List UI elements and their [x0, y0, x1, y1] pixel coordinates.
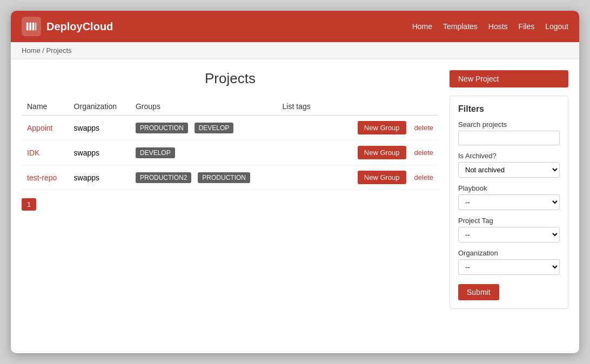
delete-link-testrepo[interactable]: delete: [414, 173, 433, 181]
playbook-label: Playbook: [458, 184, 560, 192]
project-tag-select[interactable]: --: [458, 227, 560, 242]
organization-select[interactable]: --: [458, 259, 560, 275]
table-row: Appoint swapps PRODUCTION DEVELOP New Gr…: [22, 116, 439, 140]
filters-box: Filters Search projects Is Archived? Not…: [450, 96, 568, 309]
table-row: test-repo swapps PRODUCTION2 PRODUCTION …: [22, 165, 439, 190]
organization-label: Organization: [458, 249, 560, 257]
groups-testrepo: PRODUCTION2 PRODUCTION: [136, 172, 272, 183]
filter-projecttag-group: Project Tag --: [458, 217, 560, 242]
col-organization: Organization: [69, 98, 130, 116]
nav-templates[interactable]: Templates: [443, 22, 478, 31]
group-tag: DEVELOP: [195, 123, 234, 133]
brand-icon: [22, 17, 41, 36]
filter-archived-group: Is Archived? Not archived archived: [458, 152, 560, 178]
project-link-testrepo[interactable]: test-repo: [27, 173, 57, 182]
project-link-appoint[interactable]: Appoint: [27, 124, 52, 132]
brand-name: DeployCloud: [46, 21, 113, 33]
col-groups: Groups: [130, 98, 277, 116]
navbar: DeployCloud Home Templates Hosts Files L…: [11, 11, 579, 42]
main-content: Projects Name Organization Groups List t…: [11, 59, 579, 320]
group-tag: DEVELOP: [136, 147, 175, 158]
svg-rect-3: [35, 23, 36, 31]
nav-links: Home Templates Hosts Files Logout: [412, 22, 568, 31]
brand-link[interactable]: DeployCloud: [22, 17, 412, 36]
page-1-button[interactable]: 1: [22, 198, 36, 211]
project-tag-label: Project Tag: [458, 217, 560, 225]
nav-hosts[interactable]: Hosts: [488, 22, 508, 31]
org-testrepo: swapps: [69, 165, 130, 190]
search-label: Search projects: [458, 120, 560, 129]
delete-link-appoint[interactable]: delete: [414, 124, 433, 132]
nav-files[interactable]: Files: [519, 22, 535, 31]
playbook-select[interactable]: --: [458, 194, 560, 210]
filter-playbook-group: Playbook --: [458, 184, 560, 210]
projects-panel: Projects Name Organization Groups List t…: [22, 70, 439, 309]
breadcrumb-home[interactable]: Home: [22, 46, 41, 55]
sidebar: New Project Filters Search projects Is A…: [450, 70, 568, 309]
svg-rect-0: [26, 23, 29, 31]
new-group-button-idk[interactable]: New Group: [358, 146, 406, 159]
app-window: DeployCloud Home Templates Hosts Files L…: [11, 11, 579, 353]
new-project-button[interactable]: New Project: [450, 70, 568, 87]
search-input[interactable]: [458, 131, 560, 145]
projects-table: Name Organization Groups List tags Appoi…: [22, 98, 439, 190]
filter-search-group: Search projects: [458, 120, 560, 145]
pagination: 1: [22, 198, 439, 211]
is-archived-select[interactable]: Not archived archived: [458, 162, 560, 178]
groups-appoint: PRODUCTION DEVELOP: [136, 123, 272, 133]
breadcrumb: Home / Projects: [11, 42, 579, 59]
group-tag: PRODUCTION2: [136, 172, 191, 183]
org-idk: swapps: [69, 140, 130, 165]
breadcrumb-current: Projects: [46, 46, 72, 55]
actions-idk: New Group delete: [345, 146, 433, 159]
svg-rect-2: [32, 23, 35, 31]
table-row: IDK swapps DEVELOP New Group delete: [22, 140, 439, 165]
col-name: Name: [22, 98, 69, 116]
col-listtags: List tags: [277, 98, 339, 116]
group-tag: PRODUCTION: [198, 172, 250, 183]
new-group-button-testrepo[interactable]: New Group: [358, 171, 406, 184]
org-appoint: swapps: [69, 116, 130, 140]
project-link-idk[interactable]: IDK: [27, 149, 39, 157]
nav-home[interactable]: Home: [412, 22, 432, 31]
svg-rect-1: [29, 23, 31, 31]
submit-button[interactable]: Submit: [458, 284, 499, 300]
actions-appoint: New Group delete: [345, 121, 433, 134]
filters-title: Filters: [458, 104, 560, 114]
breadcrumb-separator: /: [42, 46, 46, 55]
group-tag: PRODUCTION: [136, 123, 188, 133]
filter-organization-group: Organization --: [458, 249, 560, 275]
new-group-button-appoint[interactable]: New Group: [358, 121, 406, 134]
table-header: Name Organization Groups List tags: [22, 98, 439, 116]
page-title: Projects: [22, 70, 439, 87]
actions-testrepo: New Group delete: [345, 171, 433, 184]
delete-link-idk[interactable]: delete: [414, 149, 433, 157]
is-archived-label: Is Archived?: [458, 152, 560, 160]
table-body: Appoint swapps PRODUCTION DEVELOP New Gr…: [22, 116, 439, 190]
nav-logout[interactable]: Logout: [545, 22, 568, 31]
groups-idk: DEVELOP: [136, 147, 272, 158]
